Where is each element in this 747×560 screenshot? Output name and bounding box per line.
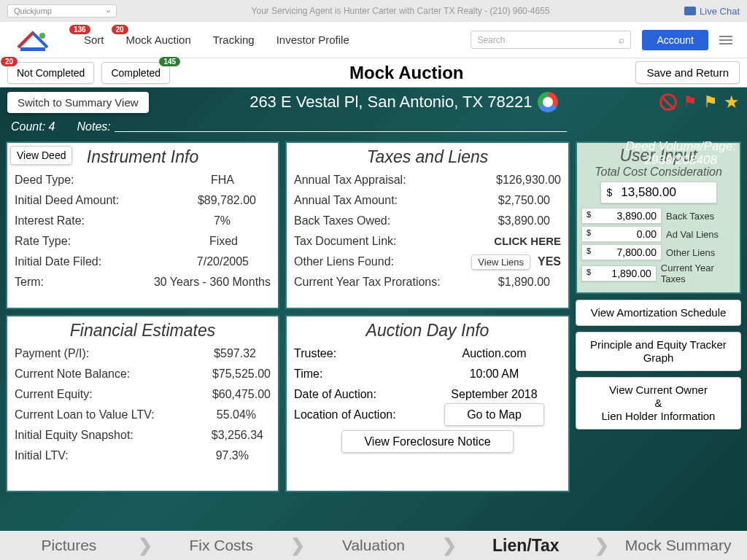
deed-vol-label: Deed Volume/Page: — [625, 140, 736, 154]
auction-date-label: Date of Auction: — [294, 388, 427, 401]
trustee-value: Auction.com — [427, 347, 561, 360]
nav-tracking[interactable]: Tracking — [202, 34, 266, 46]
current-year-input-label: Current Year Taxes — [661, 262, 735, 284]
chevron-icon: ❯ — [595, 535, 609, 556]
total-cost-value: 13,580.00 — [621, 185, 676, 200]
address-text: 263 E Vestal Pl, San Antonio, TX 78221 — [249, 93, 532, 112]
tab-mock-summary[interactable]: Mock Summary — [609, 537, 747, 554]
auction-date-value: September 2018 — [427, 388, 561, 401]
chevron-icon: ❯ — [290, 535, 305, 556]
notes-input[interactable] — [115, 122, 567, 132]
prorations-value: $1,890.00 — [498, 276, 561, 289]
nav-mock-auction[interactable]: 20Mock Auction — [115, 34, 202, 46]
other-liens-label: Other Liens Found: — [294, 255, 394, 268]
svg-point-0 — [39, 33, 45, 39]
taxes-title: Taxes and Liens — [294, 147, 561, 167]
menu-icon[interactable] — [719, 36, 732, 44]
payment-label: Payment (P/I): — [15, 347, 89, 360]
annual-tax-value: $2,750.00 — [498, 194, 561, 207]
auction-time-value: 10:00 AM — [427, 368, 561, 381]
nav-investor-profile[interactable]: Investor Profile — [266, 34, 360, 46]
taxes-liens-panel: Taxes and Liens Annual Tax Appraisal:$12… — [285, 141, 570, 309]
red-flag-icon[interactable]: ⚑ — [683, 93, 697, 112]
instrument-info-panel: View Deed Instrument Info Deed Type:FHA … — [6, 141, 279, 309]
tab-valuation[interactable]: Valuation — [305, 537, 443, 554]
back-taxes-input[interactable]: $3,890.00 — [581, 208, 662, 224]
back-taxes-input-label: Back Taxes — [666, 211, 714, 222]
nav-mock-label: Mock Auction — [126, 34, 191, 46]
live-chat-button[interactable]: Live Chat — [684, 6, 740, 17]
search-icon: ⌕ — [619, 34, 624, 45]
back-taxes-value: $3,890.00 — [498, 214, 561, 228]
adval-input[interactable]: $0.00 — [581, 226, 662, 242]
chrome-icon[interactable] — [538, 92, 558, 112]
financial-estimates-panel: Financial Estimates Payment (P/I):$597.3… — [6, 315, 279, 492]
owner-lien-button[interactable]: View Current Owner & Lien Holder Informa… — [576, 377, 741, 429]
nav-sort[interactable]: 136Sort — [73, 34, 115, 46]
svg-rect-1 — [20, 47, 45, 51]
tab-pictures[interactable]: Pictures — [0, 537, 138, 554]
other-liens-input-value: 7,800.00 — [594, 246, 657, 258]
equity-label: Current Equity: — [15, 388, 93, 401]
not-completed-badge: 20 — [1, 57, 18, 66]
other-liens-value: YES — [538, 255, 561, 268]
deed-type-label: Deed Type: — [15, 174, 74, 187]
auction-day-panel: Auction Day Info Trustee:Auction.com Tim… — [285, 315, 570, 492]
amortization-button[interactable]: View Amortization Schedule — [576, 300, 741, 326]
chevron-icon: ❯ — [138, 535, 152, 556]
tax-doc-label: Tax Document Link: — [294, 235, 397, 248]
term-label: Term: — [15, 276, 44, 289]
chat-icon — [684, 7, 696, 15]
auction-location-label: Location of Auction: — [294, 408, 427, 421]
notes-label: Notes: — [77, 120, 110, 133]
not-completed-button[interactable]: 20Not Completed — [7, 62, 94, 84]
tab-lien-tax[interactable]: Lien/Tax — [457, 536, 595, 556]
deed-volume-page: Deed Volume/Page: 2939/208408 — [625, 140, 736, 167]
ltv-label: Current Loan to Value LTV: — [15, 408, 155, 421]
financial-title: Financial Estimates — [15, 321, 271, 341]
other-liens-input-label: Other Liens — [666, 247, 715, 258]
balance-label: Current Note Balance: — [15, 368, 130, 381]
sort-badge: 136 — [69, 25, 90, 34]
tab-fix-costs[interactable]: Fix Costs — [152, 537, 290, 554]
total-cost-input[interactable]: $13,580.00 — [600, 182, 717, 203]
date-filed-label: Initial Date Filed: — [15, 255, 101, 268]
tax-doc-link[interactable]: CLICK HERE — [494, 235, 561, 248]
quickjump-dropdown[interactable]: Quickjump — [7, 4, 117, 18]
current-year-input[interactable]: $1,890.00 — [581, 265, 657, 281]
rate-type-label: Rate Type: — [15, 235, 71, 248]
auction-time-label: Time: — [294, 368, 427, 381]
view-deed-button[interactable]: View Deed — [10, 146, 72, 165]
switch-view-button[interactable]: Switch to Summary View — [7, 92, 149, 113]
completed-badge: 145 — [159, 57, 180, 66]
equity-value: $60,475.00 — [212, 388, 271, 401]
completed-label: Completed — [111, 67, 160, 79]
snapshot-value: $3,256.34 — [212, 429, 271, 442]
adval-input-value: 0.00 — [594, 228, 657, 240]
bottom-tabs: Pictures ❯ Fix Costs ❯ Valuation ❯ Lien/… — [0, 531, 747, 560]
no-entry-icon[interactable] — [659, 93, 677, 111]
account-button[interactable]: Account — [642, 30, 708, 50]
live-chat-label: Live Chat — [700, 6, 740, 17]
star-icon[interactable]: ★ — [724, 92, 740, 112]
appraisal-label: Annual Tax Appraisal: — [294, 174, 406, 187]
search-input[interactable]: Search⌕ — [471, 31, 631, 49]
total-cost-label: Total Cost Consideration — [581, 166, 735, 179]
save-return-button[interactable]: Save and Return — [635, 61, 740, 84]
adval-input-label: Ad Val Liens — [666, 229, 719, 240]
deed-vol-value: 2939/208408 — [625, 154, 736, 168]
annual-tax-label: Annual Tax Amount: — [294, 194, 398, 207]
view-liens-button[interactable]: View Liens — [471, 254, 530, 270]
chevron-icon: ❯ — [442, 535, 457, 556]
interest-rate-label: Interest Rate: — [15, 214, 85, 228]
logo[interactable] — [15, 26, 51, 55]
agent-info: Your Servicing Agent is Hunter Carter wi… — [117, 6, 684, 16]
payment-value: $597.32 — [214, 347, 271, 360]
go-to-map-button[interactable]: Go to Map — [444, 403, 544, 426]
view-foreclosure-button[interactable]: View Foreclosure Notice — [341, 430, 513, 453]
completed-button[interactable]: Completed145 — [101, 62, 170, 84]
prorations-label: Current Year Tax Prorations: — [294, 276, 441, 289]
other-liens-input[interactable]: $7,800.00 — [581, 244, 662, 260]
tracker-graph-button[interactable]: Principle and Equity Tracker Graph — [576, 332, 741, 371]
yellow-flag-icon[interactable]: ⚑ — [703, 93, 718, 112]
